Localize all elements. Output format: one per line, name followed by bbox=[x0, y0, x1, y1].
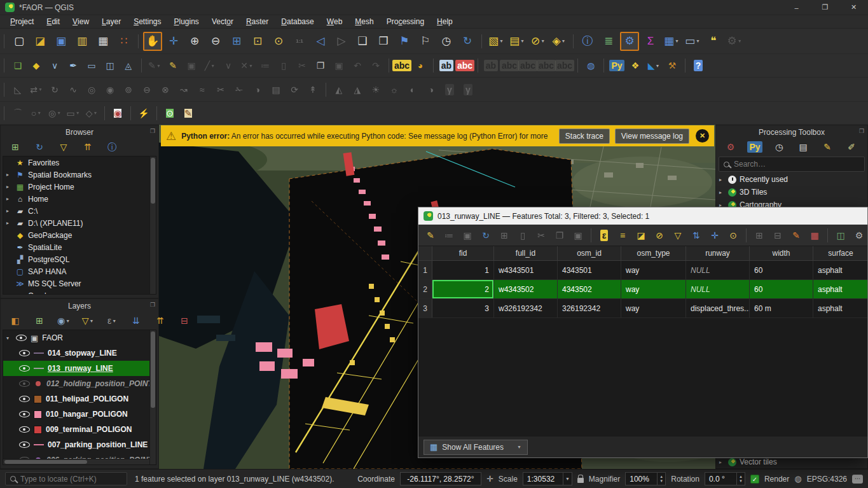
processing-options-button[interactable]: ✐ bbox=[842, 137, 861, 157]
osm-place-search-button[interactable]: ⊙ bbox=[162, 105, 178, 121]
table-row-1[interactable]: 11w43435014343501wayNULL60asphalt bbox=[418, 261, 867, 280]
extents-toggle-icon[interactable]: ✛ bbox=[486, 474, 493, 484]
row-number[interactable]: 1 bbox=[418, 261, 432, 279]
expand-arrow-icon[interactable]: ▸ bbox=[6, 184, 12, 190]
layer-item-011-helipad-poligon[interactable]: 011_helipad_POLIGON bbox=[3, 391, 156, 407]
layer-visibility-checkbox[interactable] bbox=[19, 349, 30, 358]
delete-part-button[interactable]: ⊗ bbox=[157, 81, 174, 97]
processing-results-viewer-button[interactable]: ▤ bbox=[794, 137, 813, 157]
new-map-view-button[interactable]: ❑ bbox=[353, 32, 372, 51]
zoom-to-layer-button[interactable]: ⊡ bbox=[248, 32, 267, 51]
minimize-button[interactable]: – bbox=[782, 0, 811, 15]
processing-history-button[interactable]: ◷ bbox=[769, 137, 789, 157]
merge-attributes-button[interactable]: ▤ bbox=[268, 81, 284, 97]
decrease-gamma-button[interactable]: γ bbox=[460, 81, 476, 97]
at-select-all-button[interactable]: ≡ bbox=[614, 227, 631, 244]
browser-item-spatialite[interactable]: ✒SpatiaLite bbox=[3, 241, 156, 253]
save-project-button[interactable]: ▣ bbox=[52, 32, 71, 51]
cell-fid[interactable]: 1 bbox=[432, 261, 494, 279]
osm-edit-button[interactable]: ✎ bbox=[180, 105, 196, 121]
increase-contrast-button[interactable]: ◐ bbox=[404, 81, 421, 97]
help-contents-button[interactable]: ? bbox=[690, 58, 706, 74]
cell-osm_id[interactable]: 326192342 bbox=[558, 299, 621, 317]
browser-add-layers-button[interactable]: ⊞ bbox=[6, 137, 25, 157]
browser-item-geopackage[interactable]: ◆GeoPackage bbox=[3, 229, 156, 241]
column-header-width[interactable]: width bbox=[750, 246, 813, 260]
cell-osm_id[interactable]: 4343502 bbox=[558, 280, 621, 298]
layer-visibility-checkbox[interactable] bbox=[19, 410, 30, 419]
at-invert-selection-button[interactable]: ◪ bbox=[633, 227, 649, 244]
processing-dock-icon[interactable]: ❐ bbox=[859, 128, 864, 134]
python-console-button[interactable]: Py bbox=[609, 58, 625, 74]
cell-full_id[interactable]: w4343501 bbox=[494, 261, 558, 279]
column-header-runway[interactable]: runway bbox=[686, 246, 750, 260]
decrease-brightness-button[interactable]: ☼ bbox=[386, 81, 403, 97]
cell-runway[interactable]: NULL bbox=[686, 261, 750, 279]
browser-filter-button[interactable]: ▽ bbox=[54, 137, 73, 157]
new-shapefile-layer-button[interactable]: ∨ bbox=[46, 58, 63, 74]
error-close-icon[interactable]: ✕ bbox=[696, 129, 709, 143]
browser-item-sap-hana[interactable]: ▢SAP HANA bbox=[3, 265, 156, 277]
open-attribute-table-button[interactable]: ▦▼ bbox=[662, 32, 681, 51]
zoom-in-button[interactable]: ⊕ bbox=[185, 32, 204, 51]
edit-features-in-place-button[interactable]: ✎ bbox=[818, 137, 837, 157]
stamp-plugin-button[interactable]: ◉ bbox=[109, 105, 126, 121]
cell-runway[interactable]: NULL bbox=[686, 280, 750, 298]
spinner-arrows-icon[interactable]: ▲▼ bbox=[736, 473, 745, 485]
at-toggle-editing-button[interactable]: ✎ bbox=[422, 227, 439, 244]
cell-width[interactable]: 60 bbox=[750, 280, 813, 298]
browser-item-d-xplane11-[interactable]: ▸▰D:\ (XPLANE11) bbox=[3, 217, 156, 229]
layer-visibility-checkbox[interactable] bbox=[19, 379, 30, 388]
scale-combobox[interactable]: 1:30532 ▼ bbox=[523, 472, 572, 485]
cut-features-button[interactable]: ✂ bbox=[294, 58, 310, 74]
column-header-fid[interactable]: fid bbox=[432, 246, 494, 260]
layer-item-012-holding-position-point[interactable]: 012_holding_position_POINT bbox=[3, 376, 156, 391]
scrollbar-thumb[interactable] bbox=[151, 331, 155, 408]
lock-scale-icon[interactable] bbox=[577, 478, 584, 483]
at-multiedit-button[interactable]: ≔ bbox=[441, 227, 457, 244]
column-header-osm_type[interactable]: osm_type bbox=[621, 246, 686, 260]
cell-osm_type[interactable]: way bbox=[621, 261, 686, 279]
layer-item-014-stopway-line[interactable]: 014_stopway_LINE bbox=[3, 345, 156, 361]
at-edit-field-button[interactable]: ✎ bbox=[788, 227, 804, 244]
new-mesh-layer-button[interactable]: ◬ bbox=[120, 58, 137, 74]
copy-features-button[interactable]: ❐ bbox=[312, 58, 329, 74]
browser-item-postgresql[interactable]: ▞PostgreSQL bbox=[3, 253, 156, 265]
stack-trace-button[interactable]: Stack trace bbox=[559, 129, 610, 144]
cell-fid[interactable]: 2 bbox=[432, 280, 494, 298]
show-hide-labels-button[interactable]: ab bbox=[483, 58, 499, 74]
at-pan-to-selection-button[interactable]: ✛ bbox=[706, 227, 723, 244]
cell-width[interactable]: 60 bbox=[750, 261, 813, 279]
select-features-button[interactable]: ▧▼ bbox=[486, 32, 506, 51]
at-delete-field-button[interactable]: ⊟ bbox=[769, 227, 786, 244]
at-copy-features-button[interactable]: ❐ bbox=[551, 227, 568, 244]
menu-edit[interactable]: Edit bbox=[40, 15, 66, 29]
at-conditional-formatting-button[interactable]: ▦ bbox=[806, 227, 823, 244]
layer-visibility-checkbox[interactable] bbox=[19, 364, 30, 373]
collapse-all-button[interactable]: ⇈ bbox=[151, 311, 170, 330]
rotation-spinbox[interactable]: 0.0 ° ▲▼ bbox=[705, 472, 745, 485]
cell-width[interactable]: 60 m bbox=[750, 299, 813, 317]
zoom-out-button[interactable]: ⊖ bbox=[206, 32, 225, 51]
pan-to-selection-button[interactable]: ✛ bbox=[164, 32, 183, 51]
filter-legend-button[interactable]: ▽▼ bbox=[78, 311, 97, 330]
digitize-circle-button[interactable]: ○▼ bbox=[28, 105, 45, 121]
simplify-feature-button[interactable]: ∿ bbox=[65, 81, 81, 97]
cell-runway[interactable]: displaced_thres... bbox=[686, 299, 750, 317]
table-row-3[interactable]: 33w326192342326192342waydisplaced_thres.… bbox=[418, 299, 867, 318]
open-layer-styling-button[interactable]: ◧ bbox=[6, 311, 25, 330]
style-manager-button[interactable]: ∷ bbox=[114, 32, 134, 51]
expand-arrow-icon[interactable]: ▸ bbox=[6, 196, 12, 202]
layer-diagram-button[interactable]: ◕ bbox=[412, 58, 429, 74]
toggle-editing-button[interactable]: ✎ bbox=[165, 58, 181, 74]
at-select-by-expression-button[interactable]: ε bbox=[596, 227, 612, 244]
full-histogram-stretch-button[interactable]: ◮ bbox=[349, 81, 366, 97]
change-label-button[interactable]: abc bbox=[538, 58, 555, 74]
redo-button[interactable]: ↷ bbox=[368, 58, 384, 74]
menu-mesh[interactable]: Mesh bbox=[348, 15, 380, 29]
new-project-button[interactable]: ▢ bbox=[10, 32, 29, 51]
digitize-regular-polygon-button[interactable]: ◇▼ bbox=[83, 105, 100, 121]
expand-arrow-icon[interactable]: ▸ bbox=[719, 190, 725, 195]
add-part-button[interactable]: ◉ bbox=[102, 81, 118, 97]
close-button[interactable]: ✕ bbox=[839, 0, 868, 15]
